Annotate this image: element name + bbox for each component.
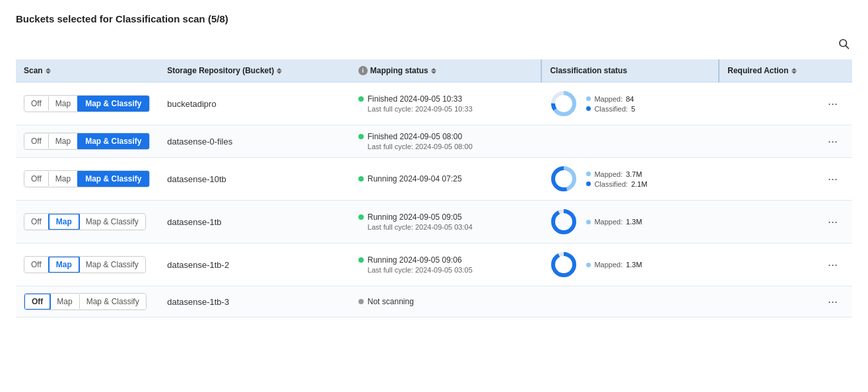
classify-button-0[interactable]: Map & Classify xyxy=(77,95,149,112)
search-button[interactable] xyxy=(835,35,852,54)
ellipsis-icon: ··· xyxy=(828,296,838,308)
mapped-stat-4: Mapped:1.3M xyxy=(586,261,642,269)
th-mapping-label: Mapping status xyxy=(370,66,428,75)
donut-2 xyxy=(549,164,578,193)
mapping-cell-2: Running 2024-09-04 07:25 xyxy=(351,158,542,201)
search-icon xyxy=(838,38,850,49)
status-text-3: Running 2024-09-05 09:05 xyxy=(368,212,462,222)
bucket-cell-2: datasense-10tb xyxy=(159,158,351,201)
off-button-0[interactable]: Off xyxy=(24,96,49,111)
status-text-4: Running 2024-09-05 09:06 xyxy=(368,255,462,265)
mapped-dot-2 xyxy=(586,172,591,176)
classified-label-2: Classified: xyxy=(594,180,628,188)
th-classification: Classification status xyxy=(541,59,719,82)
map-button-1[interactable]: Map xyxy=(49,134,78,148)
classify-button-3[interactable]: Map & Classify xyxy=(79,214,145,229)
th-required-action[interactable]: Required Action xyxy=(719,59,815,82)
subcycle-text-0: Last full cycle: 2024-09-05 10:33 xyxy=(358,105,534,113)
off-button-1[interactable]: Off xyxy=(24,134,49,148)
classify-button-1[interactable]: Map & Classify xyxy=(77,133,149,150)
bucket-cell-5: datasense-1tb-3 xyxy=(159,286,351,317)
mapping-status-4: Running 2024-09-05 09:06Last full cycle:… xyxy=(358,255,534,274)
action-menu-button-0[interactable]: ··· xyxy=(822,95,843,112)
classification-cell-0: Mapped:84Classified:5 xyxy=(549,89,711,118)
menu-cell-4: ··· xyxy=(815,244,852,286)
mapping-status-0: Finished 2024-09-05 10:33Last full cycle… xyxy=(358,94,534,113)
classified-dot-0 xyxy=(586,106,591,111)
mapping-status-1: Finished 2024-09-05 08:00Last full cycle… xyxy=(358,132,534,150)
action-menu-button-2[interactable]: ··· xyxy=(822,170,843,187)
off-button-2[interactable]: Off xyxy=(24,172,49,186)
map-button-5[interactable]: Map xyxy=(50,294,79,309)
mapped-label-4: Mapped: xyxy=(594,261,622,269)
classify-button-2[interactable]: Map & Classify xyxy=(77,170,149,187)
scan-controls-5: OffMapMap & Classify xyxy=(24,293,147,310)
mapped-label-2: Mapped: xyxy=(594,170,622,178)
table-row: OffMapMap & Classifydatasense-1tb-2Runni… xyxy=(16,244,852,286)
classification-cell-4: Mapped:1.3M xyxy=(549,250,711,279)
page-container: Buckets selected for Classification scan… xyxy=(0,0,868,392)
status-dot-3 xyxy=(358,214,364,220)
menu-cell-5: ··· xyxy=(815,286,852,317)
th-mapping[interactable]: i Mapping status xyxy=(351,59,542,82)
map-button-4[interactable]: Map xyxy=(48,256,80,273)
search-bar-row xyxy=(16,35,852,54)
classified-label-0: Classified: xyxy=(594,105,628,113)
classification-td-4: Mapped:1.3M xyxy=(541,244,719,286)
mapped-dot-3 xyxy=(586,220,591,224)
off-button-3[interactable]: Off xyxy=(24,214,49,229)
required-action-cell-0 xyxy=(719,82,815,125)
status-dot-5 xyxy=(358,299,364,304)
off-button-4[interactable]: Off xyxy=(24,257,49,272)
mapping-cell-5: Not scanning xyxy=(351,286,542,317)
menu-cell-1: ··· xyxy=(815,125,852,158)
scan-controls-2: OffMapMap & Classify xyxy=(24,170,150,187)
table-row: OffMapMap & Classifydatasense-1tbRunning… xyxy=(16,201,852,244)
required-action-cell-3 xyxy=(719,201,815,244)
action-menu-button-4[interactable]: ··· xyxy=(822,256,843,273)
svg-point-9 xyxy=(553,211,574,232)
subcycle-text-1: Last full cycle: 2024-09-05 08:00 xyxy=(358,143,534,150)
action-menu-button-5[interactable]: ··· xyxy=(822,293,843,310)
status-line-5: Not scanning xyxy=(358,297,534,306)
ellipsis-icon: ··· xyxy=(828,259,838,271)
classify-button-4[interactable]: Map & Classify xyxy=(79,257,145,272)
status-line-4: Running 2024-09-05 09:06 xyxy=(358,255,534,265)
mapping-status-3: Running 2024-09-05 09:05Last full cycle:… xyxy=(358,212,534,231)
classification-td-3: Mapped:1.3M xyxy=(541,201,719,244)
action-menu-button-3[interactable]: ··· xyxy=(822,213,843,230)
mapped-label-0: Mapped: xyxy=(594,95,622,103)
mapped-value-0: 84 xyxy=(626,95,634,103)
scan-controls-4: OffMapMap & Classify xyxy=(24,256,146,273)
status-text-1: Finished 2024-09-05 08:00 xyxy=(368,132,462,141)
sort-icon-bucket xyxy=(277,68,282,74)
map-button-3[interactable]: Map xyxy=(48,213,80,230)
sort-icon-mapping xyxy=(431,68,436,74)
class-stats-2: Mapped:3.7MClassified:2.1M xyxy=(586,170,647,188)
status-line-2: Running 2024-09-04 07:25 xyxy=(358,174,534,183)
mapped-stat-3: Mapped:1.3M xyxy=(586,218,642,226)
map-button-2[interactable]: Map xyxy=(49,172,78,186)
status-line-1: Finished 2024-09-05 08:00 xyxy=(358,132,534,141)
required-action-cell-2 xyxy=(719,158,815,201)
ellipsis-icon: ··· xyxy=(828,216,838,228)
th-scan[interactable]: Scan xyxy=(16,59,159,82)
classification-td-1 xyxy=(541,125,719,158)
action-menu-button-1[interactable]: ··· xyxy=(822,133,843,150)
th-bucket[interactable]: Storage Repository (Bucket) xyxy=(159,59,351,82)
table-row: OffMapMap & Classifydatasense-10tbRunnin… xyxy=(16,158,852,201)
off-button-5[interactable]: Off xyxy=(24,293,51,310)
map-button-0[interactable]: Map xyxy=(49,96,78,111)
required-action-cell-4 xyxy=(719,244,815,286)
classify-button-5[interactable]: Map & Classify xyxy=(80,294,146,309)
th-menu xyxy=(815,59,852,82)
required-action-cell-5 xyxy=(719,286,815,317)
buckets-table: Scan Storage Repository (Bucket) xyxy=(16,59,852,317)
classified-stat-2: Classified:2.1M xyxy=(586,180,647,188)
svg-point-11 xyxy=(553,254,574,275)
menu-cell-3: ··· xyxy=(815,201,852,244)
scan-controls-0: OffMapMap & Classify xyxy=(24,95,150,112)
sort-icon-scan xyxy=(46,68,51,74)
status-line-0: Finished 2024-09-05 10:33 xyxy=(358,94,534,104)
bucket-cell-3: datasense-1tb xyxy=(159,201,351,244)
